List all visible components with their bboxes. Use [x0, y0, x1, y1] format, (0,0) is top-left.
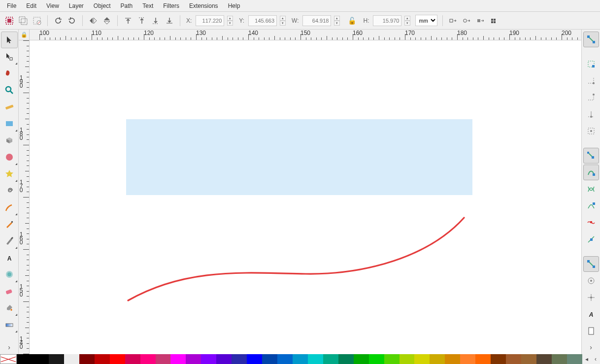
spray-tool[interactable]	[1, 266, 18, 283]
snap-node-icon[interactable]	[583, 148, 599, 164]
menu-help[interactable]: Help	[223, 0, 245, 11]
lower-icon[interactable]	[150, 15, 161, 26]
swatch-22[interactable]	[369, 354, 384, 364]
swatch-35[interactable]	[567, 354, 582, 364]
ruler-lock-icon[interactable]: 🔒	[19, 30, 30, 40]
snap-edge-midpoint-icon[interactable]	[583, 106, 599, 122]
swatch-1[interactable]	[49, 354, 64, 364]
swatch-14[interactable]	[247, 354, 262, 364]
y-input[interactable]	[248, 15, 277, 26]
menu-object[interactable]: Object	[89, 0, 116, 11]
swatch-28[interactable]	[460, 354, 475, 364]
h-spin-up[interactable]: ▴	[404, 16, 410, 21]
snap-page-border-icon[interactable]	[583, 323, 599, 339]
swatch-12[interactable]	[216, 354, 232, 364]
node-tool[interactable]	[1, 48, 18, 65]
swatch-0[interactable]	[33, 354, 49, 364]
eraser-tool[interactable]	[1, 283, 18, 299]
calligraphy-tool[interactable]	[1, 232, 18, 249]
flip-vertical-icon[interactable]	[101, 15, 112, 26]
swatch-30[interactable]	[491, 354, 506, 364]
swatch-5[interactable]	[110, 354, 125, 364]
swatch-6[interactable]	[125, 354, 140, 364]
swatch-29[interactable]	[475, 354, 491, 364]
snapbar-expand-icon[interactable]: ›	[590, 343, 592, 351]
menu-text[interactable]: Text	[137, 0, 158, 11]
y-spin-up[interactable]: ▴	[280, 16, 286, 21]
w-spin-up[interactable]: ▴	[334, 16, 340, 21]
gradient-tool[interactable]	[1, 316, 18, 333]
flip-horizontal-icon[interactable]	[88, 15, 99, 26]
unit-select[interactable]: mm	[415, 15, 437, 26]
palette-menu-icon[interactable]: ‹	[591, 354, 600, 364]
swatch-black[interactable]	[17, 354, 33, 364]
snap-cusp-icon[interactable]	[583, 198, 599, 214]
canvas[interactable]	[30, 40, 581, 354]
swatch-25[interactable]	[414, 354, 430, 364]
swatch-11[interactable]	[201, 354, 216, 364]
swatch-3[interactable]	[79, 354, 95, 364]
shape-builder-tool[interactable]	[1, 65, 18, 82]
snap-smooth-icon[interactable]	[583, 215, 599, 231]
menu-file[interactable]: File	[2, 0, 21, 11]
rotate-cw-icon[interactable]	[67, 15, 77, 26]
menu-view[interactable]: View	[41, 0, 64, 11]
menu-layer[interactable]: Layer	[64, 0, 89, 11]
snap-bbox-icon[interactable]	[583, 56, 599, 72]
select-all-icon[interactable]	[4, 15, 15, 26]
lock-aspect-icon[interactable]: 🔓	[345, 17, 359, 25]
swatch-15[interactable]	[262, 354, 277, 364]
snap-rotation-center-icon[interactable]	[583, 290, 599, 305]
snap-bbox-center-icon[interactable]	[583, 123, 599, 139]
swatch-27[interactable]	[445, 354, 460, 364]
snap-intersection-icon[interactable]	[583, 181, 599, 197]
pencil-tool[interactable]	[1, 199, 18, 216]
menu-edit[interactable]: Edit	[21, 0, 41, 11]
y-spin-down[interactable]: ▾	[280, 21, 286, 26]
swatch-31[interactable]	[506, 354, 521, 364]
swatch-9[interactable]	[170, 354, 186, 364]
snap-enable-icon[interactable]	[583, 32, 599, 47]
rotate-ccw-icon[interactable]	[53, 15, 64, 26]
ruler-vertical[interactable]: 1 9 01 8 01 7 01 6 01 5 01 4 0	[19, 40, 30, 354]
swatch-23[interactable]	[384, 354, 400, 364]
transform-stroke-icon[interactable]	[448, 15, 459, 26]
menu-path[interactable]: Path	[116, 0, 138, 11]
star-tool[interactable]	[1, 165, 18, 182]
snap-path-icon[interactable]	[583, 165, 599, 180]
raise-icon[interactable]	[136, 15, 147, 26]
snap-line-midpoint-icon[interactable]	[583, 232, 599, 247]
snap-text-baseline-icon[interactable]: A	[583, 306, 599, 322]
zoom-tool[interactable]	[1, 82, 18, 99]
swatch-21[interactable]	[354, 354, 369, 364]
swatch-20[interactable]	[338, 354, 354, 364]
circle-tool[interactable]	[1, 149, 18, 165]
swatch-17[interactable]	[293, 354, 308, 364]
x-input[interactable]	[196, 15, 224, 26]
ruler-horizontal[interactable]: 100110120130140150160170180190200	[30, 30, 581, 40]
menu-extensions[interactable]: Extensions	[184, 0, 223, 11]
swatch-34[interactable]	[552, 354, 567, 364]
selector-tool[interactable]	[1, 32, 18, 48]
toolbox-expand-icon[interactable]: ›	[8, 343, 10, 351]
swatch-16[interactable]	[277, 354, 293, 364]
h-spin-down[interactable]: ▾	[404, 21, 410, 26]
x-spin-up[interactable]: ▴	[227, 16, 233, 21]
select-all-layers-icon[interactable]	[18, 15, 29, 26]
swatch-32[interactable]	[521, 354, 536, 364]
deselect-icon[interactable]	[32, 15, 42, 26]
transform-corners-icon[interactable]	[462, 15, 472, 26]
spiral-tool[interactable]	[1, 182, 18, 199]
transform-pattern-icon[interactable]	[489, 15, 500, 26]
3d-box-tool[interactable]	[1, 132, 18, 149]
lower-bottom-icon[interactable]	[164, 15, 175, 26]
measure-tool[interactable]	[1, 99, 18, 115]
snap-other-icon[interactable]	[583, 256, 599, 272]
paint-bucket-tool[interactable]	[1, 299, 18, 316]
text-tool[interactable]: A	[1, 249, 18, 266]
snap-bbox-corner-icon[interactable]	[583, 90, 599, 105]
swatch-18[interactable]	[308, 354, 323, 364]
menu-filters[interactable]: Filters	[158, 0, 184, 11]
swatch-none[interactable]	[0, 354, 17, 364]
w-spin-down[interactable]: ▾	[334, 21, 340, 26]
